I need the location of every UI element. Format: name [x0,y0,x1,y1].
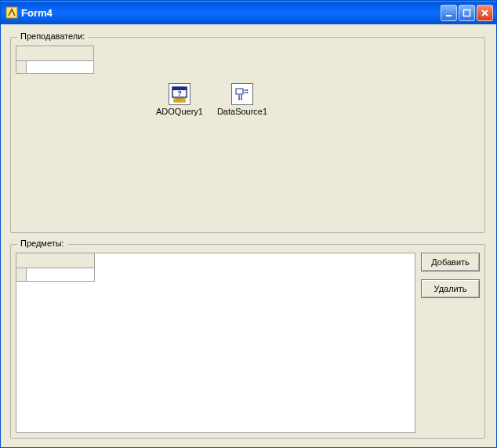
app-icon [5,6,18,19]
component-adoquery-label: ADOQuery1 [152,107,207,116]
window-title: Form4 [21,7,441,19]
dbgrid-subjects[interactable] [16,253,95,282]
window-frame: Form4 Преподаватели: [0,0,497,448]
grid-row-separator [16,60,93,61]
dbgrid-teachers[interactable] [16,46,94,74]
titlebar[interactable]: Form4 [1,1,496,24]
add-button-label: Добавить [431,257,470,267]
maximize-button[interactable] [459,5,475,21]
svg-rect-2 [464,9,470,16]
groupbox-subjects-legend: Предметы: [17,239,67,248]
grid-header-row [26,253,94,268]
component-datasource[interactable]: DataSource1 [215,83,270,116]
svg-rect-8 [236,89,243,94]
window-controls [441,5,493,21]
svg-rect-1 [446,15,452,16]
svg-text:?: ? [177,89,182,97]
delete-button[interactable]: Удалить [421,279,480,298]
grid-header-row [26,46,93,61]
groupbox-subjects[interactable]: Предметы: Добавить Удалить [10,244,485,439]
subjects-panel [16,253,415,433]
close-button[interactable] [477,5,493,21]
component-datasource-label: DataSource1 [215,107,270,116]
form-designer-surface[interactable]: Преподаватели: ? ADO ADOQuery1 [1,24,496,447]
groupbox-teachers-legend: Преподаватели: [17,31,88,41]
svg-text:ADO: ADO [176,97,184,102]
grid-row-separator [16,268,94,268]
delete-button-label: Удалить [434,284,467,293]
component-adoquery[interactable]: ? ADO ADOQuery1 [152,83,207,116]
adoquery-icon: ? ADO [169,83,190,105]
minimize-button[interactable] [441,5,457,21]
add-button[interactable]: Добавить [421,253,480,271]
datasource-icon [231,83,253,105]
groupbox-teachers[interactable]: Преподаватели: ? ADO ADOQuery1 [10,37,485,233]
